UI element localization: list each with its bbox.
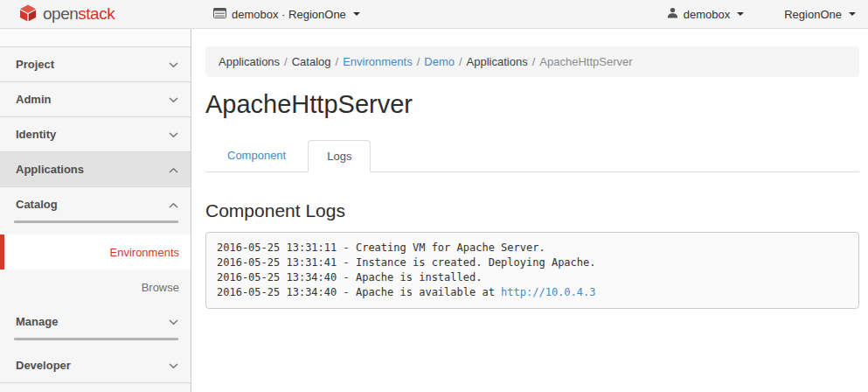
chevron-down-icon	[169, 58, 178, 71]
region-selector[interactable]: RegionOne	[784, 8, 856, 21]
breadcrumb-link-environments[interactable]: Environments	[343, 55, 412, 68]
sidebar-item-manage[interactable]: Manage	[0, 304, 191, 338]
sidebar-group-catalog: Catalog	[0, 187, 191, 234]
chevron-down-icon	[169, 93, 178, 106]
tab-logs[interactable]: Logs	[308, 140, 371, 172]
breadcrumb-item: Applications	[467, 55, 528, 68]
log-line: 2016-05-25 13:31:11 - Creating VM for Ap…	[217, 241, 848, 256]
caret-down-icon	[353, 12, 360, 16]
breadcrumb-item: Catalog	[292, 55, 331, 68]
sidebar-item-identity[interactable]: Identity	[0, 117, 191, 152]
sidebar-top-strip	[0, 29, 191, 47]
user-menu-label: demobox	[684, 8, 730, 21]
sidebar-item-applications[interactable]: Applications	[0, 152, 191, 187]
openstack-logo-icon	[19, 4, 37, 24]
sidebar-item-admin[interactable]: Admin	[0, 82, 191, 117]
chevron-up-icon	[169, 163, 178, 176]
breadcrumb-item: Applications	[219, 55, 280, 68]
caret-down-icon	[737, 12, 744, 16]
page-title: ApacheHttpServer	[205, 89, 859, 119]
sidebar-group-manage: Manage	[0, 304, 191, 348]
list-icon	[213, 8, 226, 21]
switcher-label: demobox · RegionOne	[232, 8, 346, 21]
user-menu[interactable]: demobox	[667, 7, 744, 21]
main-content: Applications/Catalog/Environments/Demo/A…	[191, 29, 868, 392]
chevron-down-icon	[169, 128, 178, 141]
region-selector-label: RegionOne	[784, 8, 842, 21]
component-logs-heading: Component Logs	[205, 200, 859, 221]
chevron-up-icon	[169, 198, 178, 211]
sidebar-item-browse[interactable]: Browse	[0, 270, 191, 304]
chevron-down-icon	[169, 359, 178, 372]
openstack-brand[interactable]: openstack	[0, 4, 191, 24]
log-line: 2016-05-25 13:34:40 - Apache is availabl…	[217, 285, 848, 300]
user-icon	[667, 7, 678, 21]
sidebar-item-project[interactable]: Project	[0, 47, 191, 82]
breadcrumb: Applications/Catalog/Environments/Demo/A…	[205, 46, 859, 77]
caret-down-icon	[849, 12, 856, 16]
brand-wordmark: openstack	[43, 4, 115, 24]
component-log-output: 2016-05-25 13:31:11 - Creating VM for Ap…	[205, 232, 859, 309]
sidebar-item-developer[interactable]: Developer	[0, 348, 191, 383]
breadcrumb-current: ApacheHttpServer	[539, 55, 632, 68]
project-region-switcher[interactable]: demobox · RegionOne	[213, 8, 360, 21]
sidebar-item-catalog[interactable]: Catalog	[0, 187, 191, 220]
breadcrumb-link-demo[interactable]: Demo	[424, 55, 455, 68]
top-navbar: openstack demobox · RegionOne demobox	[0, 0, 868, 29]
log-line: 2016-05-25 13:31:41 - Instance is create…	[217, 256, 848, 270]
tab-component[interactable]: Component	[205, 140, 308, 172]
chevron-down-icon	[169, 315, 178, 328]
detail-tabs: Component Logs	[205, 140, 859, 172]
apache-url-link[interactable]: http://10.0.4.3	[501, 286, 595, 298]
log-line: 2016-05-25 13:34:40 - Apache is installe…	[217, 270, 848, 285]
sidebar-nav: Project Admin Identity Applications Cata…	[0, 29, 191, 392]
sidebar-item-environments[interactable]: Environments	[0, 234, 191, 270]
